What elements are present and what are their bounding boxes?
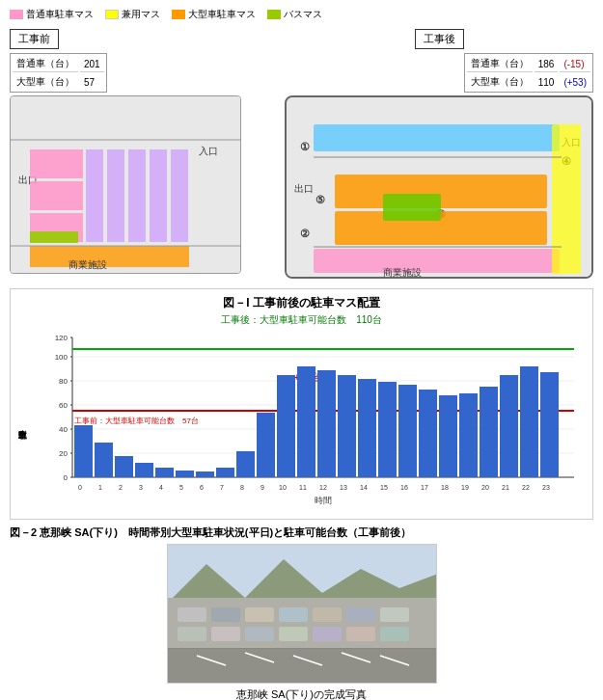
svg-text:23: 23 (542, 484, 550, 491)
svg-text:①: ① (300, 141, 310, 152)
svg-rect-66 (236, 451, 255, 477)
chart-area-wrapper: 0 20 40 60 80 (31, 333, 587, 513)
svg-rect-75 (419, 390, 437, 477)
chart-svg: 0 20 40 60 80 (31, 333, 587, 511)
after-stat-label-1: 大型車（台） (467, 74, 533, 90)
after-stat-diff-0: (-15) (560, 56, 590, 72)
svg-text:6: 6 (200, 484, 204, 491)
before-after-section: 工事前 普通車（台） 201 大型車（台） 57 (10, 29, 593, 279)
svg-rect-8 (128, 149, 146, 242)
svg-text:12: 12 (319, 484, 327, 491)
svg-rect-24 (314, 124, 560, 151)
legend-item-combined: 兼用マス (105, 8, 160, 21)
legend-label-combined: 兼用マス (122, 8, 160, 21)
svg-rect-74 (398, 385, 417, 477)
svg-text:21: 21 (502, 484, 509, 491)
chart-after-label: 工事後：大型車駐車可能台数 110台 (16, 313, 587, 327)
svg-text:13: 13 (340, 484, 347, 491)
svg-text:⑤: ⑤ (315, 194, 325, 205)
svg-text:17: 17 (421, 484, 428, 491)
svg-rect-114 (313, 607, 342, 622)
svg-text:2: 2 (119, 484, 123, 491)
svg-text:60: 60 (59, 401, 68, 410)
svg-rect-77 (459, 393, 478, 477)
svg-rect-9 (150, 149, 167, 242)
legend-item-bus: バスマス (267, 8, 322, 21)
svg-rect-122 (346, 627, 375, 641)
before-stat-value-1: 57 (80, 74, 104, 90)
svg-text:商業施設: 商業施設 (69, 259, 107, 270)
y-axis-label: 大型車駐車台数 (16, 333, 29, 513)
after-stat-value-0: 186 (534, 56, 559, 72)
svg-text:3: 3 (139, 484, 143, 491)
before-stat-value-0: 201 (80, 56, 104, 72)
svg-rect-121 (313, 627, 342, 641)
photo-container (167, 544, 437, 684)
before-stat-row-1: 大型車（台） 57 (13, 74, 104, 90)
legend-color-bus (267, 10, 281, 19)
svg-text:20: 20 (481, 484, 489, 491)
svg-rect-62 (155, 468, 174, 477)
legend-color-normal (10, 10, 23, 19)
after-label: 工事後 (415, 29, 464, 49)
svg-text:14: 14 (360, 484, 368, 491)
after-stat-diff-1: (+53) (560, 74, 590, 90)
before-diagram: 出口 入口 (10, 95, 241, 274)
svg-text:0: 0 (78, 484, 82, 491)
svg-rect-115 (346, 607, 375, 622)
page-container: 普通車駐車マス 兼用マス 大型車駐車マス バスマス 工事前 普通車（台） 20 (0, 0, 603, 700)
svg-rect-7 (107, 149, 124, 242)
svg-rect-6 (86, 149, 103, 242)
legend-color-combined (105, 10, 119, 19)
svg-rect-80 (520, 366, 538, 477)
photo-section: 恵那峡 SA(下り)の完成写真 (10, 544, 593, 700)
svg-text:0: 0 (64, 473, 69, 482)
photo-svg (168, 545, 437, 684)
chart-title: 図－I 工事前後の駐車マス配置 (16, 295, 587, 311)
svg-rect-123 (380, 627, 409, 641)
svg-text:100: 100 (55, 353, 69, 362)
legend-color-large (172, 10, 185, 19)
before-label: 工事前 (10, 29, 59, 49)
chart-section: 図－I 工事前後の駐車マス配置 工事後：大型車駐車可能台数 110台 大型車駐車… (10, 288, 593, 520)
svg-rect-3 (30, 149, 83, 178)
legend: 普通車駐車マス 兼用マス 大型車駐車マス バスマス (10, 8, 593, 21)
svg-rect-81 (540, 372, 559, 477)
before-stat-label-1: 大型車（台） (13, 74, 78, 90)
svg-rect-63 (176, 471, 194, 477)
legend-item-normal: 普通車駐車マス (10, 8, 94, 21)
svg-text:入口: 入口 (199, 146, 218, 156)
svg-rect-112 (245, 607, 274, 622)
svg-rect-67 (257, 413, 275, 477)
before-section: 工事前 普通車（台） 201 大型車（台） 57 (10, 29, 275, 276)
legend-item-large: 大型車駐車マス (172, 8, 256, 21)
after-stat-value-1: 110 (534, 74, 559, 90)
svg-text:40: 40 (59, 425, 68, 434)
svg-rect-117 (178, 627, 206, 641)
svg-rect-60 (115, 456, 133, 477)
after-stat-row-0: 普通車（台） 186 (-15) (467, 56, 590, 72)
svg-rect-59 (95, 443, 113, 477)
svg-rect-125 (168, 649, 437, 684)
before-stat-label-0: 普通車（台） (13, 56, 78, 72)
svg-rect-64 (196, 471, 214, 477)
after-stats-table: 普通車（台） 186 (-15) 大型車（台） 110 (+53) (464, 53, 593, 93)
svg-rect-27 (383, 194, 441, 221)
svg-rect-69 (297, 366, 315, 477)
svg-rect-116 (380, 607, 409, 622)
legend-label-bus: バスマス (284, 8, 322, 21)
svg-text:8: 8 (240, 484, 244, 491)
svg-rect-61 (135, 463, 153, 477)
svg-rect-68 (277, 375, 295, 477)
svg-rect-118 (211, 627, 240, 641)
svg-text:工事前：大型車駐車可能台数　57台: 工事前：大型車駐車可能台数 57台 (74, 417, 199, 425)
after-stat-row-1: 大型車（台） 110 (+53) (467, 74, 590, 90)
svg-text:18: 18 (441, 484, 449, 491)
svg-rect-29 (552, 124, 581, 274)
svg-rect-10 (171, 149, 188, 242)
svg-rect-71 (338, 375, 356, 477)
svg-rect-119 (245, 627, 274, 641)
svg-text:20: 20 (59, 449, 68, 458)
svg-rect-120 (279, 627, 308, 641)
svg-rect-4 (30, 181, 83, 210)
